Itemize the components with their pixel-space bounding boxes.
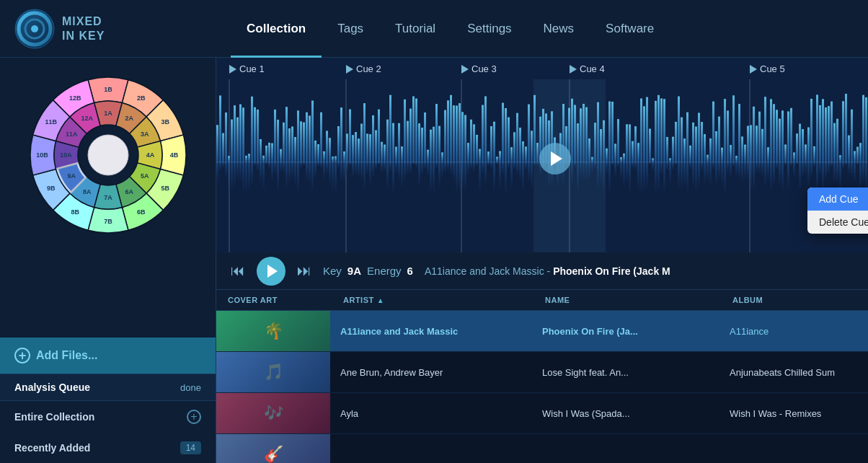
content-area: Cue 1 Cue 2 Cue 3 Cue 4 Cue 5 — [216, 58, 868, 463]
cover-art-2: 🎵 — [216, 352, 330, 392]
context-menu-add-cue[interactable]: Add Cue — [807, 188, 868, 211]
table-row[interactable]: 🎸 — [216, 434, 868, 463]
sidebar-item-recently-added[interactable]: Recently Added 14 — [0, 433, 216, 463]
svg-text:11B: 11B — [45, 118, 57, 125]
skip-forward-button[interactable]: ⏭ — [297, 263, 311, 279]
logo-icon — [14, 9, 55, 49]
skip-back-button[interactable]: ⏮ — [231, 263, 245, 279]
svg-text:9A: 9A — [67, 172, 76, 180]
track-artist-3: Ayla — [332, 402, 533, 425]
track-name-3: Wish I Was (Spada... — [533, 402, 721, 425]
col-header-artist[interactable]: ARTIST ▲ — [335, 290, 536, 310]
track-artist-4 — [332, 449, 533, 460]
cover-art-4: 🎸 — [216, 434, 330, 463]
svg-text:1B: 1B — [104, 86, 112, 93]
track-album-3: Wish I Was - Remixes — [721, 402, 868, 425]
nav-tags[interactable]: Tags — [322, 0, 379, 58]
add-files-button[interactable]: + Add Files... — [0, 338, 216, 374]
track-name-4 — [533, 449, 721, 460]
sidebar-item-entire-collection[interactable]: Entire Collection + — [0, 401, 216, 433]
svg-text:4A: 4A — [146, 151, 154, 159]
analysis-queue-label: Analysis Queue — [14, 382, 90, 393]
sidebar: 1B1A2B2A3B3A4B4A5B5A6B6A7B7A8B8A9B9A10B1… — [0, 58, 216, 463]
nav-collection[interactable]: Collection — [231, 0, 322, 58]
artist-sort-arrow: ▲ — [377, 296, 384, 304]
svg-text:4B: 4B — [169, 151, 178, 159]
logo-area: MIXED IN KEY — [14, 9, 231, 49]
svg-text:11A: 11A — [66, 131, 78, 138]
play-button[interactable] — [257, 257, 285, 286]
col-header-name: NAME — [536, 290, 724, 310]
svg-text:7A: 7A — [104, 194, 112, 201]
nav-software[interactable]: Software — [590, 0, 670, 58]
table-row[interactable]: 🌴 A11iance and Jack Massic Phoenix On Fi… — [216, 311, 868, 352]
nav-news[interactable]: News — [528, 0, 590, 58]
track-artist-2: Ane Brun, Andrew Bayer — [332, 361, 533, 384]
track-artist-1: A11iance and Jack Massic — [332, 320, 533, 343]
track-name-2: Lose Sight feat. An... — [533, 361, 721, 384]
key-energy-display: Key 9A Energy 6 — [323, 265, 413, 277]
svg-text:8A: 8A — [82, 188, 91, 195]
svg-text:12A: 12A — [81, 115, 93, 122]
context-menu: Add Cue Delete Cue 4 — [807, 188, 868, 234]
svg-text:2B: 2B — [136, 94, 145, 102]
track-album-4 — [721, 449, 868, 460]
col-header-album: ALBUM — [724, 290, 865, 310]
svg-text:6B: 6B — [136, 208, 145, 216]
waveform-area[interactable]: Cue 1 Cue 2 Cue 3 Cue 4 Cue 5 — [216, 58, 868, 252]
waveform-play-button[interactable] — [539, 143, 571, 175]
entire-collection-add-icon[interactable]: + — [187, 410, 201, 424]
nav-settings[interactable]: Settings — [451, 0, 527, 58]
track-info: A11iance and Jack Massic - Phoenix On Fi… — [425, 265, 854, 277]
cover-art-3: 🎶 — [216, 393, 330, 433]
context-menu-delete-cue[interactable]: Delete Cue 4 — [807, 211, 868, 234]
svg-text:1A: 1A — [104, 110, 112, 117]
add-files-plus-icon: + — [14, 348, 30, 363]
svg-text:7B: 7B — [104, 218, 112, 225]
svg-text:8B: 8B — [71, 208, 79, 216]
svg-point-3 — [31, 25, 38, 32]
svg-text:3A: 3A — [140, 131, 149, 138]
table-row[interactable]: 🎵 Ane Brun, Andrew Bayer Lose Sight feat… — [216, 352, 868, 393]
svg-point-28 — [88, 135, 128, 175]
header: MIXED IN KEY Collection Tags Tutorial Se… — [0, 0, 868, 58]
camelot-wheel: 1B1A2B2A3B3A4B4A5B5A6B6A7B7A8B8A9B9A10B1… — [25, 72, 191, 238]
track-list: COVER ART ARTIST ▲ NAME ALBUM 🌴 A11iance… — [216, 290, 868, 463]
analysis-queue: Analysis Queue done — [0, 374, 216, 401]
track-album-2: Anjunabeats Chilled Sum — [721, 361, 868, 384]
logo-text: MIXED IN KEY — [62, 14, 105, 42]
table-row[interactable]: 🎶 Ayla Wish I Was (Spada... Wish I Was -… — [216, 393, 868, 434]
svg-text:12B: 12B — [68, 94, 81, 102]
cover-art-1: 🌴 — [216, 311, 330, 351]
sidebar-section: Analysis Queue done Entire Collection + … — [0, 374, 216, 463]
track-list-header: COVER ART ARTIST ▲ NAME ALBUM — [216, 290, 868, 311]
svg-text:2A: 2A — [125, 115, 133, 122]
svg-text:5A: 5A — [140, 172, 149, 180]
main-nav: Collection Tags Tutorial Settings News S… — [231, 0, 854, 58]
track-name-1: Phoenix On Fire (Ja... — [533, 320, 721, 343]
svg-text:9B: 9B — [47, 185, 56, 192]
svg-text:10B: 10B — [36, 151, 48, 159]
svg-text:10A: 10A — [60, 151, 72, 159]
track-album-1: A11iance — [721, 320, 868, 343]
svg-text:5B: 5B — [161, 185, 169, 192]
recently-added-badge: 14 — [180, 441, 201, 454]
main-content: 1B1A2B2A3B3A4B4A5B5A6B6A7B7A8B8A9B9A10B1… — [0, 58, 868, 463]
transport-bar: ⏮ ⏭ Key 9A Energy 6 A11iance and Jack Ma… — [216, 252, 868, 290]
svg-text:6A: 6A — [125, 188, 133, 195]
col-header-cover-art: COVER ART — [219, 290, 335, 310]
svg-text:3B: 3B — [161, 118, 169, 125]
analysis-queue-status: done — [180, 382, 201, 393]
nav-tutorial[interactable]: Tutorial — [379, 0, 451, 58]
